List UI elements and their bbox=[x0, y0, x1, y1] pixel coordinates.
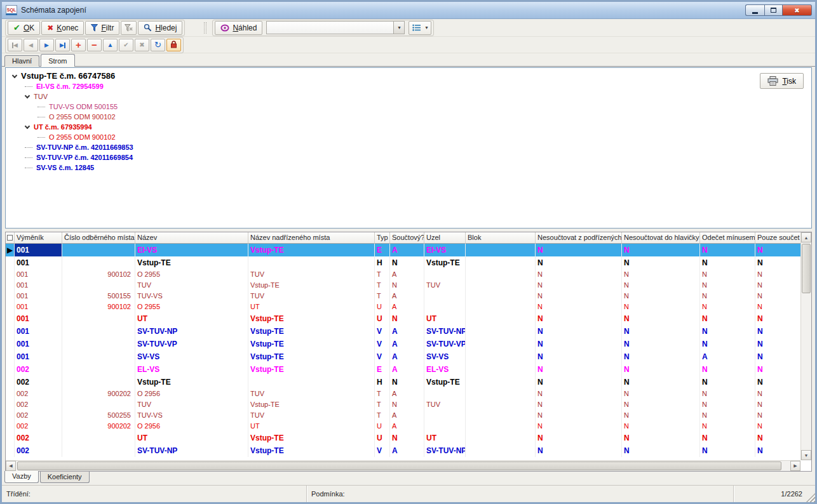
tab-vazby[interactable]: Vazby bbox=[4, 471, 39, 483]
column-header[interactable]: Výměník bbox=[15, 232, 62, 244]
horizontal-scroll-thumb[interactable] bbox=[17, 461, 781, 470]
table-row[interactable]: 001SV-TUV-NPVstup-TEVASV-TUV-NPNNNN bbox=[6, 325, 800, 338]
tree-item[interactable]: TUV bbox=[10, 91, 811, 102]
tree-item[interactable]: O 2955 ODM 900102 bbox=[10, 132, 811, 142]
column-header[interactable]: Pouze součet na bbox=[755, 232, 800, 244]
column-header[interactable]: Součtový? bbox=[390, 232, 424, 244]
filtr-button[interactable]: Filtr bbox=[85, 21, 119, 35]
hledej-button[interactable]: Hledej bbox=[138, 21, 182, 35]
delete-record-button[interactable]: − bbox=[87, 39, 102, 51]
table-row[interactable]: ▶001EI-VSVstup-TEEAEI-VSNNNN bbox=[6, 244, 800, 256]
post-edit-button: ✔ bbox=[119, 39, 133, 51]
table-row[interactable]: 002TUVVstup-TETNTUVNNNN bbox=[6, 399, 800, 410]
tree-connector bbox=[37, 107, 45, 107]
lock-button[interactable] bbox=[166, 39, 181, 51]
scroll-right-icon[interactable]: ▶ bbox=[790, 461, 800, 471]
next-record-button[interactable]: ▶ bbox=[39, 39, 54, 51]
expand-chevron-icon[interactable] bbox=[25, 93, 30, 98]
column-header[interactable]: Název bbox=[135, 232, 248, 244]
tree-item[interactable]: SV-TUV-VP č.m. 42011669854 bbox=[10, 152, 811, 162]
column-header[interactable]: Typ bbox=[375, 232, 390, 244]
view-options-button[interactable]: ▾ bbox=[408, 21, 431, 35]
table-cell: T bbox=[375, 388, 390, 399]
table-cell: Vstup-TE bbox=[248, 363, 375, 376]
tree-item[interactable]: SV-VS č.m. 12845 bbox=[10, 162, 811, 173]
preview-combobox[interactable]: ▾ bbox=[266, 21, 405, 34]
table-cell: T bbox=[375, 399, 390, 410]
table-cell bbox=[248, 376, 375, 388]
tree-item-label: O 2955 ODM 900102 bbox=[49, 113, 116, 121]
tree-item[interactable]: Vstup-TE č.m. 66747586 bbox=[10, 71, 811, 81]
column-header[interactable]: Blok bbox=[466, 232, 536, 244]
scroll-left-icon[interactable]: ◀ bbox=[6, 461, 16, 471]
horizontal-scrollbar[interactable]: ◀ ▶ bbox=[6, 460, 800, 471]
table-cell: N bbox=[700, 312, 755, 325]
table-cell: N bbox=[755, 363, 800, 376]
table-row[interactable]: 002500255TUV-VSTUVTANNNN bbox=[6, 410, 800, 421]
ok-button[interactable]: ✔ OK bbox=[8, 21, 40, 35]
table-row[interactable]: 002Vstup-TEHNVstup-TENNNN bbox=[6, 376, 800, 388]
table-cell: SV-VS bbox=[135, 350, 248, 363]
table-row[interactable]: 002SV-TUV-NPVstup-TEVASV-TUV-NPNNNN bbox=[6, 444, 800, 457]
table-cell: N bbox=[390, 399, 424, 410]
table-row[interactable]: 002900202O 2956UTUANNNN bbox=[6, 421, 800, 432]
tree-item[interactable]: UT č.m. 67935994 bbox=[10, 122, 811, 132]
tree-item[interactable]: SV-TUV-NP č.m. 42011669853 bbox=[10, 142, 811, 152]
table-cell: 001 bbox=[15, 350, 62, 363]
chevron-down-icon: ▾ bbox=[425, 25, 428, 30]
table-cell: N bbox=[390, 312, 424, 325]
search-icon bbox=[144, 23, 152, 32]
confirm-icon: ✔ bbox=[123, 41, 128, 48]
table-row[interactable]: 001TUVVstup-TETNTUVNNNN bbox=[6, 280, 800, 291]
table-row[interactable]: 001900102O 2955TUVTANNNN bbox=[6, 269, 800, 280]
combo-dropdown-icon[interactable]: ▾ bbox=[393, 22, 404, 34]
refresh-button[interactable]: ↻ bbox=[151, 39, 165, 51]
scroll-up-icon[interactable]: ▲ bbox=[801, 232, 811, 242]
minimize-button[interactable] bbox=[745, 4, 764, 16]
tree-item[interactable]: O 2955 ODM 900102 bbox=[10, 112, 811, 122]
tab-koeficienty[interactable]: Koeficienty bbox=[40, 472, 90, 483]
table-row[interactable]: 001Vstup-TEHNVstup-TENNNN bbox=[6, 256, 800, 269]
scroll-down-icon[interactable]: ▼ bbox=[801, 450, 811, 460]
table-cell: 500155 bbox=[62, 291, 135, 302]
konec-button[interactable]: ✖ Konec bbox=[41, 21, 84, 35]
tree-item[interactable]: EI-VS č.m. 72954599 bbox=[10, 81, 811, 91]
table-cell: 002 bbox=[15, 388, 62, 399]
select-all-checkbox[interactable] bbox=[7, 235, 13, 241]
nahled-button[interactable]: Náhled bbox=[215, 21, 262, 35]
table-row[interactable]: 001SV-VSVstup-TEVASV-VSNNAN bbox=[6, 350, 800, 363]
table-row[interactable]: 001SV-TUV-VPVstup-TEVASV-TUV-VPNNNN bbox=[6, 338, 800, 350]
vertical-scrollbar[interactable]: ▲ ▼ bbox=[800, 232, 811, 460]
table-row[interactable]: 002EL-VSVstup-TEEAEL-VSNNNN bbox=[6, 363, 800, 376]
tab-strom[interactable]: Strom bbox=[41, 54, 74, 67]
table-cell bbox=[466, 388, 536, 399]
column-header[interactable]: Odečet mínusem bbox=[700, 232, 755, 244]
table-row[interactable]: 001UTVstup-TEUNUTNNNN bbox=[6, 312, 800, 325]
column-header[interactable]: Název nadřízeného místa bbox=[248, 232, 375, 244]
view-tabstrip: Hlavní Strom bbox=[2, 53, 815, 67]
table-cell: N bbox=[700, 291, 755, 302]
column-header[interactable]: Číslo odběrného místa bbox=[62, 232, 135, 244]
insert-record-button[interactable]: + bbox=[71, 39, 86, 51]
close-button[interactable]: ✖ bbox=[783, 4, 812, 16]
table-row[interactable]: 001500155TUV-VSTUVTANNNN bbox=[6, 291, 800, 302]
column-header[interactable]: Nesoučtovat z podřízených bbox=[536, 232, 622, 244]
expand-chevron-icon[interactable] bbox=[12, 73, 17, 78]
print-button[interactable]: Tisk bbox=[760, 73, 804, 89]
tab-hlavni[interactable]: Hlavní bbox=[4, 55, 39, 67]
titlebar[interactable]: SQL Schémata zapojení ✖ bbox=[2, 2, 815, 19]
edit-record-button[interactable]: ▲ bbox=[103, 39, 118, 51]
last-record-button[interactable]: ▶ bbox=[55, 39, 70, 51]
table-cell: N bbox=[700, 269, 755, 280]
table-row[interactable]: 002900202O 2956TUVTANNNN bbox=[6, 388, 800, 399]
table-cell bbox=[62, 256, 135, 269]
maximize-button[interactable] bbox=[764, 4, 783, 16]
column-header[interactable]: Nesoučtovat do hlavičky bbox=[622, 232, 700, 244]
vertical-scroll-thumb[interactable] bbox=[802, 244, 811, 293]
tree-item[interactable]: TUV-VS ODM 500155 bbox=[10, 102, 811, 112]
table-cell: 001 bbox=[15, 312, 62, 325]
expand-chevron-icon[interactable] bbox=[25, 124, 30, 129]
table-row[interactable]: 002UTVstup-TEUNUTNNNN bbox=[6, 432, 800, 444]
table-row[interactable]: 001900102O 2955UTUANNNN bbox=[6, 302, 800, 312]
column-header[interactable]: Uzel bbox=[424, 232, 466, 244]
